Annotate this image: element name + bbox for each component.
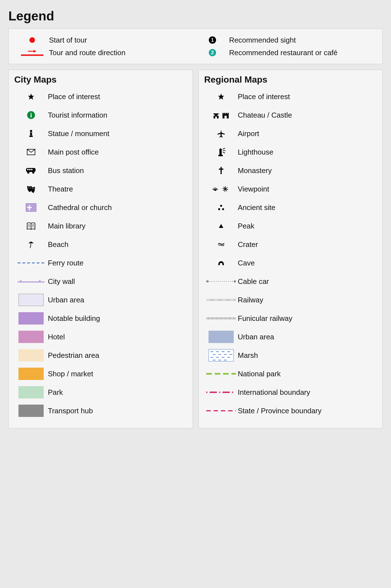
legend-label: Marsh [238,351,377,360]
svg-point-18 [27,171,29,174]
top-legend-panel: Start of tour 1 Recommended sight Tour a… [8,29,383,64]
legend-label: Monastery [238,166,377,175]
legend-item-ancient-site: Ancient site [204,200,377,215]
star-icon [14,93,48,100]
svg-marker-8 [28,94,34,100]
legend-item-viewpoint: Viewpoint [204,181,377,197]
legend-item-ferry-route: Ferry route [14,255,187,271]
cable-car-line-icon [204,280,238,283]
funicular-line-icon [204,317,238,320]
svg-point-75 [234,280,236,283]
svg-rect-44 [219,150,222,155]
legend-label: Recommended sight [229,36,296,45]
swatch-marsh [204,349,238,361]
legend-label: Peak [238,221,377,231]
legend-label: International boundary [238,388,377,397]
legend-item-notable-building: Notable building [14,311,187,326]
svg-point-70 [222,208,224,210]
legend-item-monastery: Monastery [204,163,377,178]
legend-item-state-boundary: State / Province boundary [204,403,377,419]
legend-label: Lighthouse [238,148,377,157]
legend-item-park: Park [14,384,187,400]
legend-label: Railway [238,295,377,305]
svg-line-61 [225,187,228,189]
legend-item-urban-area-regional: Urban area [204,329,377,345]
svg-line-49 [223,152,225,153]
svg-rect-15 [27,169,29,170]
legend-label: Ferry route [48,258,187,268]
legend-label: Shop / market [48,369,187,379]
legend-label: Urban area [48,295,187,305]
railway-line-icon [204,298,238,301]
svg-rect-43 [224,116,227,118]
svg-point-54 [221,167,222,168]
legend-label: City wall [48,277,187,286]
legend-label: Place of interest [238,92,377,101]
star-icon [204,93,238,100]
legend-label: Statue / monument [48,129,187,138]
legend-label: Park [48,388,187,397]
legend-item-railway: Railway [204,292,377,308]
legend-item-cable-car: Cable car [204,274,377,289]
legend-item-national-park: National park [204,366,377,382]
legend-item-city-wall: City wall [14,274,187,289]
chess-pawn-icon [14,129,48,138]
church-icon [14,203,48,212]
recommended-restaurant-icon: 2 [196,48,229,57]
legend-item-funicular: Funicular railway [204,311,377,326]
svg-point-21 [30,188,31,188]
svg-rect-16 [29,169,31,170]
svg-text:1: 1 [211,37,214,43]
legend-item-pedestrian: Pedestrian area [14,347,187,363]
legend-item-peak: Peak [204,218,377,234]
airplane-icon [204,129,238,138]
legend-item-recommended-restaurant: 2 Recommended restaurant or café [196,48,376,57]
intl-boundary-line-icon [204,391,238,394]
swatch-pedestrian [14,349,48,361]
castle-icon [204,111,238,119]
svg-point-68 [220,205,222,207]
regional-maps-panel: Regional Maps Place of interest Chateau … [198,70,383,428]
svg-marker-35 [218,94,224,100]
legend-label: Hotel [48,332,187,342]
legend-label: Cave [238,258,377,268]
swatch-notable-building [14,312,48,325]
legend-label: Cathedral or church [48,203,187,212]
cave-icon [204,260,238,266]
state-boundary-line-icon [204,409,238,412]
page-title: Legend [8,8,383,24]
svg-point-23 [34,188,34,189]
legend-label: Start of tour [49,36,87,45]
svg-marker-71 [219,224,223,228]
legend-label: Transport hub [48,406,187,416]
legend-item-shop: Shop / market [14,366,187,382]
city-maps-heading: City Maps [14,74,187,85]
swatch-urban-city [14,294,48,306]
cross-icon [204,166,238,175]
legend-label: Bus station [48,166,187,175]
legend-label: Recommended restaurant or café [229,48,338,57]
legend-label: Ancient site [238,203,377,212]
legend-label: Place of interest [48,92,187,101]
book-icon [14,222,48,230]
legend-item-chateau: Chateau / Castle [204,107,377,123]
umbrella-icon [14,240,48,249]
legend-item-marsh: Marsh [204,347,377,363]
triangle-icon [204,223,238,228]
legend-item-tour-route: Tour and route direction [15,48,196,57]
city-wall-line-icon [14,279,48,284]
recommended-sight-icon: 1 [196,36,229,44]
legend-item-place-of-interest: Place of interest [14,89,187,104]
ferry-line-icon [14,262,48,264]
legend-item-place-of-interest-r: Place of interest [204,89,377,104]
legend-label: Tourist information [48,111,187,120]
svg-rect-12 [29,136,33,137]
lighthouse-icon [204,148,238,157]
svg-rect-17 [31,169,32,170]
legend-item-intl-boundary: International boundary [204,384,377,400]
legend-item-bus-station: Bus station [14,163,187,178]
swatch-park [14,386,48,398]
legend-item-crater: Crater [204,237,377,252]
swatch-urban-regional [204,331,238,343]
info-icon: i [14,111,48,120]
